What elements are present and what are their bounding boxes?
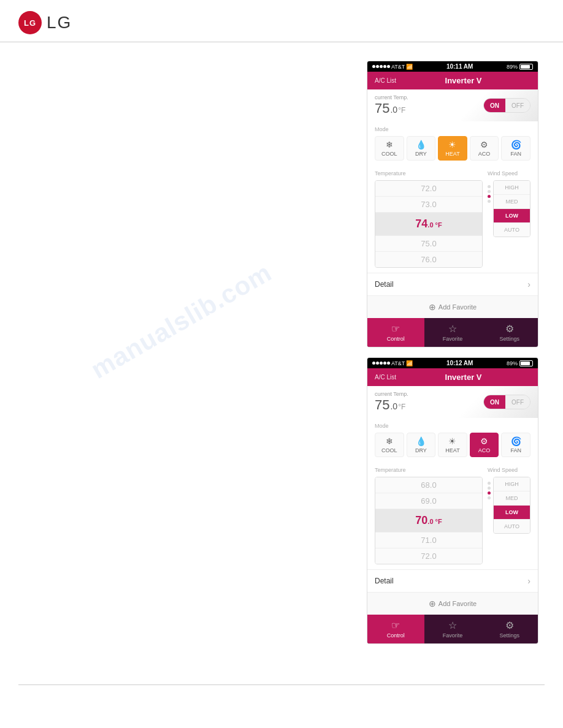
onoff-toggle-1[interactable]: ON OFF	[483, 98, 530, 113]
current-temp-section-2: current Temp. 75 .0 °F ON OFF	[367, 386, 538, 418]
mode-buttons-2: ❄ COOL 💧 DRY ☀ HEAT ⚙ ACO	[375, 433, 530, 457]
signal-dot-5	[387, 65, 390, 68]
wind-drum-2[interactable]: HIGH MED LOW AUTO	[493, 477, 530, 534]
signal-dot-1	[372, 65, 375, 68]
mode-cool-2[interactable]: ❄ COOL	[375, 433, 404, 457]
cool-icon-2: ❄	[386, 436, 393, 446]
control-tab-icon-2: ☞	[391, 620, 400, 631]
status-bar-2: AT&T 📶 10:12 AM 89%	[367, 358, 538, 368]
battery-bar-1	[519, 64, 533, 70]
detail-label-1: Detail	[375, 280, 394, 289]
current-temp-decimal-2: .0	[390, 401, 397, 411]
onoff-toggle-2[interactable]: ON OFF	[483, 395, 530, 409]
tab-favorite-1[interactable]: ☆ Favorite	[424, 318, 481, 347]
temp-item-74-selected: 74.0 °F	[375, 213, 482, 236]
wifi-icon: 📶	[406, 64, 413, 70]
wind-med-2: MED	[494, 491, 530, 506]
signal-dot-2-2	[376, 362, 379, 365]
wind-drum-1[interactable]: HIGH MED LOW AUTO	[493, 180, 530, 237]
tab-control-2[interactable]: ☞ Control	[367, 615, 424, 643]
current-temp-label-1: current Temp.	[375, 94, 408, 100]
detail-row-2[interactable]: Detail ›	[367, 569, 538, 592]
current-temp-label-2: current Temp.	[375, 391, 408, 397]
temp-section-label-1: Temperature	[375, 170, 483, 176]
add-fav-icon-1: ⊕	[429, 302, 436, 312]
detail-label-2: Detail	[375, 577, 394, 585]
left-area	[18, 61, 367, 654]
heat-icon-2: ☀	[448, 436, 456, 446]
aco-icon-1: ⚙	[480, 140, 488, 150]
phones-container: AT&T 📶 10:11 AM 89% A/C List Inverter V	[367, 61, 545, 654]
toggle-off-1[interactable]: OFF	[505, 99, 530, 112]
temp-item-70-selected: 70.0 °F	[375, 509, 482, 533]
add-favorite-1[interactable]: ⊕ Add Favorite	[367, 295, 538, 318]
mode-label-1: Mode	[375, 126, 530, 132]
mode-heat-1[interactable]: ☀ HEAT	[438, 136, 467, 161]
temp-section-label-2: Temperature	[375, 467, 483, 473]
carrier-label: AT&T	[391, 64, 405, 70]
add-fav-text-1: Add Favorite	[439, 303, 477, 311]
wind-dots-1	[488, 180, 491, 237]
temp-drum-2[interactable]: 68.0 69.0 70.0 °F 71.0 72.0	[375, 477, 483, 564]
temp-column-2: Temperature 68.0 69.0 70.0 °F 71.0 72.0	[375, 467, 483, 564]
mode-aco-1[interactable]: ⚙ ACO	[470, 136, 499, 161]
mode-aco-2[interactable]: ⚙ ACO	[470, 433, 499, 457]
mode-dry-1[interactable]: 💧 DRY	[407, 136, 436, 161]
detail-row-1[interactable]: Detail ›	[367, 273, 538, 295]
settings-tab-icon-1: ⚙	[505, 323, 514, 335]
screen2: AT&T 📶 10:12 AM 89% A/C List Inverter V	[367, 357, 538, 644]
temp-item-72: 72.0	[375, 181, 482, 197]
mode-fan-1[interactable]: 🌀 FAN	[501, 136, 530, 161]
temp-item-76: 76.0	[375, 252, 482, 267]
favorite-tab-icon-1: ☆	[448, 323, 457, 335]
back-button-1[interactable]: A/C List	[375, 77, 396, 84]
toggle-on-2[interactable]: ON	[484, 395, 505, 409]
mode-cool-1[interactable]: ❄ COOL	[375, 136, 404, 161]
add-fav-icon-2: ⊕	[429, 599, 436, 609]
app-title-1: Inverter V	[445, 76, 482, 85]
titlebar-1: A/C List Inverter V	[367, 72, 538, 89]
tab-settings-2[interactable]: ⚙ Settings	[481, 615, 538, 643]
wind-column-2: Wind Speed HIGH MED LOW AUTO	[488, 467, 530, 564]
mode-section-2: Mode ❄ COOL 💧 DRY ☀ HEAT ⚙	[367, 418, 538, 462]
status-time-1: 10:11 AM	[446, 63, 473, 70]
status-time-2: 10:12 AM	[446, 360, 473, 366]
wind-auto-1: AUTO	[494, 223, 530, 237]
wifi-icon-2: 📶	[406, 360, 413, 366]
status-bar-1: AT&T 📶 10:11 AM 89%	[367, 61, 538, 72]
lg-logo-icon: LG	[18, 11, 42, 34]
wind-med-1: MED	[494, 195, 530, 209]
fan-icon-1: 🌀	[511, 140, 521, 150]
temp-item-69: 69.0	[375, 493, 482, 509]
detail-arrow-2: ›	[527, 576, 530, 586]
temp-item-72b: 72.0	[375, 548, 482, 564]
back-button-2[interactable]: A/C List	[375, 374, 396, 381]
signal-dot-2-1	[372, 362, 375, 365]
current-temp-value-2: 75	[375, 397, 389, 413]
titlebar-2: A/C List Inverter V	[367, 368, 538, 386]
control-tab-icon-1: ☞	[391, 323, 400, 335]
temp-wind-section-1: Temperature 72.0 73.0 74.0 °F 75.0 76.0 …	[367, 165, 538, 273]
temp-wind-section-2: Temperature 68.0 69.0 70.0 °F 71.0 72.0 …	[367, 462, 538, 569]
detail-arrow-1: ›	[527, 279, 530, 289]
mode-fan-2[interactable]: 🌀 FAN	[501, 433, 530, 457]
add-favorite-2[interactable]: ⊕ Add Favorite	[367, 592, 538, 615]
signal-dot-2	[376, 65, 379, 68]
temp-item-73: 73.0	[375, 197, 482, 213]
signal-dot-4	[383, 65, 386, 68]
current-temp-section-1: current Temp. 75 .0 °F ON OFF	[367, 89, 538, 121]
signal-dot-2-3	[380, 362, 383, 365]
tab-favorite-2[interactable]: ☆ Favorite	[424, 615, 481, 643]
tab-control-1[interactable]: ☞ Control	[367, 318, 424, 347]
tab-settings-1[interactable]: ⚙ Settings	[481, 318, 538, 347]
mode-heat-2[interactable]: ☀ HEAT	[438, 433, 467, 457]
temp-drum-1[interactable]: 72.0 73.0 74.0 °F 75.0 76.0	[375, 180, 483, 268]
wind-low-2-selected: LOW	[494, 506, 530, 520]
mode-dry-2[interactable]: 💧 DRY	[407, 433, 436, 457]
signal-dot-2-5	[387, 362, 390, 365]
temp-column-1: Temperature 72.0 73.0 74.0 °F 75.0 76.0	[375, 170, 483, 268]
toggle-on-1[interactable]: ON	[484, 99, 505, 112]
favorite-tab-icon-2: ☆	[448, 620, 457, 631]
app-title-2: Inverter V	[445, 373, 482, 382]
toggle-off-2[interactable]: OFF	[505, 395, 530, 409]
